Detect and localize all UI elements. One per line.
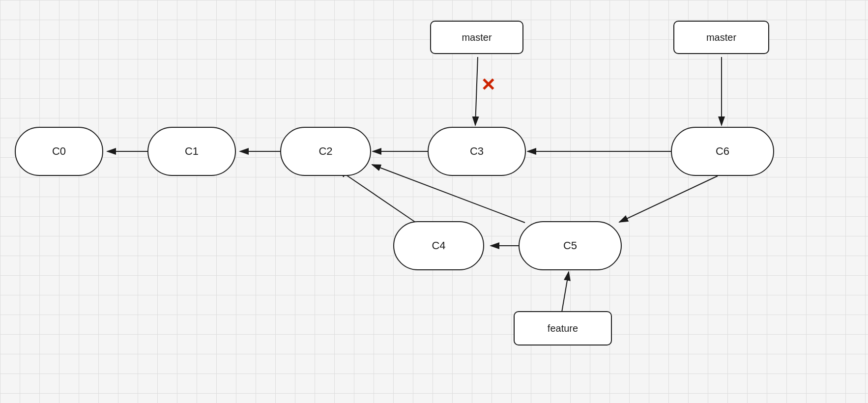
commit-c2[interactable]: C2 [280, 127, 371, 176]
commit-c4[interactable]: C4 [393, 221, 484, 270]
commit-c3-label: C3 [470, 145, 484, 158]
arrow-master1-c3 [475, 57, 478, 125]
commit-c1-label: C1 [185, 145, 199, 158]
commit-c1[interactable]: C1 [147, 127, 236, 176]
label-master1: master [430, 21, 523, 54]
label-master2: master [673, 21, 769, 54]
arrows-layer [0, 0, 868, 403]
commit-c4-label: C4 [432, 239, 445, 252]
label-master2-text: master [706, 32, 736, 43]
arrow-feature-c5 [562, 272, 569, 312]
commit-c3[interactable]: C3 [428, 127, 526, 176]
commit-c6-label: C6 [716, 145, 729, 158]
label-master1-text: master [462, 32, 492, 43]
commit-c0-label: C0 [52, 145, 66, 158]
commit-c6[interactable]: C6 [671, 127, 774, 176]
label-feature-text: feature [548, 323, 578, 334]
commit-c5[interactable]: C5 [519, 221, 622, 270]
commit-c2-label: C2 [318, 145, 332, 158]
x-mark-icon: ✕ [481, 76, 495, 94]
arrow-c4-c2 [338, 170, 415, 222]
arrow-c6-c5 [619, 176, 718, 222]
commit-c5-label: C5 [563, 239, 577, 252]
label-feature: feature [514, 311, 612, 345]
commit-c0[interactable]: C0 [15, 127, 103, 176]
